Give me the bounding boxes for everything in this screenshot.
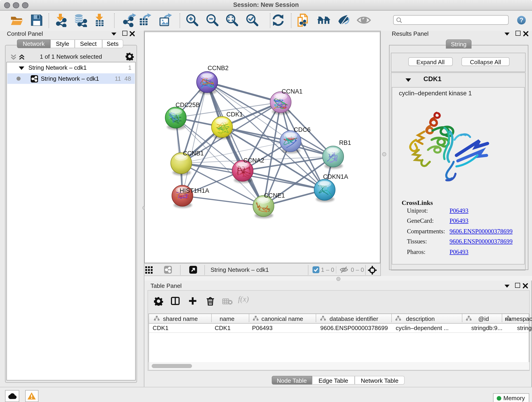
svg-text:CCNB2: CCNB2	[207, 64, 228, 71]
svg-text:HIST1H1A: HIST1H1A	[179, 187, 209, 194]
svg-text:CDC6: CDC6	[293, 126, 310, 133]
svg-text:CCNA1: CCNA1	[281, 88, 302, 95]
svg-text:RB1: RB1	[339, 139, 351, 146]
svg-text:CDC25B: CDC25B	[175, 101, 200, 108]
svg-text:CCNA2: CCNA2	[243, 157, 264, 164]
svg-text:CCNE1: CCNE1	[264, 192, 285, 199]
svg-text:CDK1: CDK1	[226, 111, 243, 118]
svg-text:CDKN1A: CDKN1A	[323, 173, 348, 180]
svg-text:?: ?	[520, 17, 524, 23]
svg-text:CCNB1: CCNB1	[183, 150, 204, 157]
